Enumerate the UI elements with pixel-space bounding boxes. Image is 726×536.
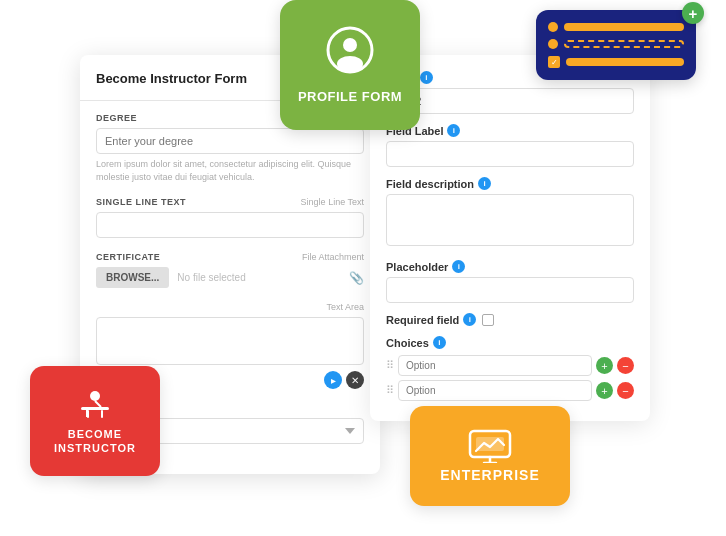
name-info-icon: i [420, 71, 433, 84]
required-info-icon: i [463, 313, 476, 326]
single-line-label: SINGLE LINE TEXT Single Line Text [96, 197, 364, 207]
textarea-label: Text Area [96, 302, 364, 312]
rp-field-label-label: Field Label i [386, 124, 634, 137]
profile-form-icon [326, 26, 374, 83]
attachment-icon: 📎 [349, 271, 364, 285]
rp-field-desc-label: Field description i [386, 177, 634, 190]
rp-placeholder-field: Placeholder i [386, 260, 634, 303]
enterprise-badge: ENTERPRISE [410, 406, 570, 506]
widget-dot [548, 39, 558, 49]
rp-placeholder-input[interactable] [386, 277, 634, 303]
svg-rect-6 [101, 410, 103, 418]
choice-row: ⠿ + − [386, 355, 634, 376]
become-instructor-badge: BECOMEINSTRUCTOR [30, 366, 160, 476]
choice-remove-button[interactable]: − [617, 357, 634, 374]
choice-add-button[interactable]: + [596, 357, 613, 374]
degree-input[interactable] [96, 128, 364, 154]
field-label-info-icon: i [447, 124, 460, 137]
profile-form-text: PROFILE FORM [298, 89, 402, 105]
form-panel-title: Become Instructor Form [96, 71, 247, 86]
profile-form-badge: PROFILE FORM [280, 0, 420, 130]
rp-placeholder-label: Placeholder i [386, 260, 634, 273]
choices-section: Choices i ⠿ + − ⠿ + − [386, 336, 634, 401]
widget-dot [548, 22, 558, 32]
svg-line-8 [95, 401, 101, 407]
choices-info-icon: i [433, 336, 446, 349]
drag-handle-icon: ⠿ [386, 359, 394, 372]
widget-checkbox[interactable]: ✓ [548, 56, 560, 68]
enterprise-icon [468, 429, 512, 467]
svg-rect-4 [81, 407, 109, 410]
certificate-field-group: CERTIFICATE File Attachment BROWSE... No… [96, 252, 364, 288]
choice-add-button[interactable]: + [596, 382, 613, 399]
browse-button[interactable]: BROWSE... [96, 267, 169, 288]
placeholder-info-icon: i [452, 260, 465, 273]
field-desc-info-icon: i [478, 177, 491, 190]
become-instructor-text: BECOMEINSTRUCTOR [54, 427, 136, 456]
widget-bar-dashed [564, 40, 684, 48]
rp-field-label-field: Field Label i [386, 124, 634, 167]
add-widget-button[interactable]: + [682, 2, 704, 24]
choice-input-1[interactable] [398, 355, 592, 376]
rp-field-desc-field: Field description i [386, 177, 634, 250]
choice-row: ⠿ + − [386, 380, 634, 401]
required-field-row: Required field i [386, 313, 634, 326]
degree-hint: Lorem ipsum dolor sit amet, consectetur … [96, 158, 364, 183]
required-label: Required field i [386, 313, 476, 326]
svg-point-1 [343, 38, 357, 52]
certificate-label: CERTIFICATE File Attachment [96, 252, 364, 262]
single-line-input[interactable] [96, 212, 364, 238]
choice-remove-button[interactable]: − [617, 382, 634, 399]
rp-name-input[interactable] [386, 88, 634, 114]
single-line-field-group: SINGLE LINE TEXT Single Line Text [96, 197, 364, 238]
no-file-label: No file selected [177, 272, 245, 283]
textarea-action-blue[interactable]: ▸ [324, 371, 342, 389]
svg-point-2 [337, 56, 363, 72]
browse-row: BROWSE... No file selected 📎 [96, 267, 364, 288]
widget-bar-filled2 [566, 58, 684, 66]
svg-point-3 [90, 391, 100, 401]
choice-input-2[interactable] [398, 380, 592, 401]
enterprise-text: ENTERPRISE [440, 467, 539, 483]
required-checkbox[interactable] [482, 314, 494, 326]
top-widget: + ✓ [536, 10, 696, 80]
choices-label: Choices i [386, 336, 634, 349]
rp-field-label-input[interactable] [386, 141, 634, 167]
textarea-action-dark[interactable]: ✕ [346, 371, 364, 389]
become-instructor-icon [77, 387, 113, 427]
textarea-input[interactable] [96, 317, 364, 365]
drag-handle-icon: ⠿ [386, 384, 394, 397]
widget-bar [564, 23, 684, 31]
svg-rect-10 [476, 437, 504, 451]
rp-field-desc-input[interactable] [386, 194, 634, 246]
